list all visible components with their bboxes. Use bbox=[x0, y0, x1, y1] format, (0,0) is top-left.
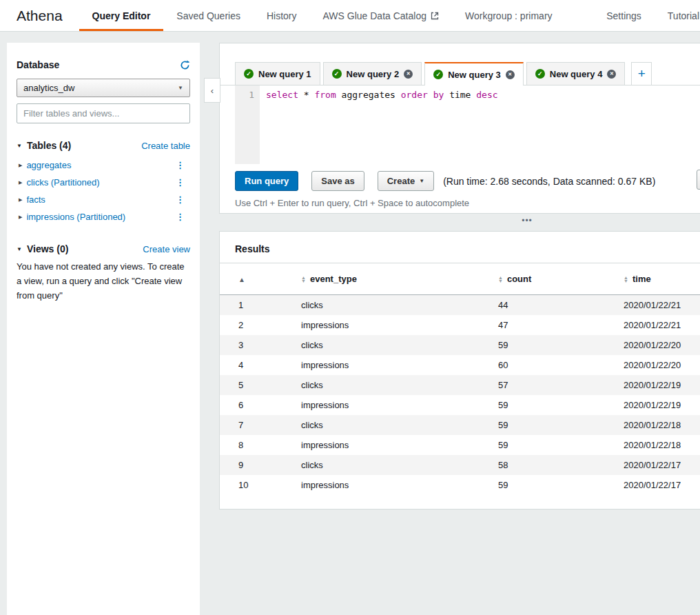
sql-editor[interactable]: 1 select * from aggregates order by time… bbox=[235, 85, 700, 164]
athena-logo: Athena bbox=[17, 0, 63, 31]
run-stats-text: (Run time: 2.68 seconds, Data scanned: 0… bbox=[443, 176, 655, 187]
query-tab-new-query-2[interactable]: ✓New query 2✕ bbox=[323, 62, 422, 85]
column-header-event-type[interactable]: ▲▼event_type bbox=[301, 274, 498, 284]
sidebar-collapse-handle[interactable]: ‹ bbox=[204, 78, 220, 103]
nav-item-label: History bbox=[267, 10, 297, 21]
database-label: Database bbox=[17, 59, 59, 70]
top-nav: Athena Query EditorSaved QueriesHistoryA… bbox=[0, 0, 700, 32]
table-link[interactable]: clicks (Partitioned) bbox=[26, 177, 170, 188]
nav-item-history[interactable]: History bbox=[254, 0, 310, 31]
query-tabs-row: ✓New query 1✓New query 2✕✓New query 3✕✓N… bbox=[220, 43, 700, 85]
results-title: Results bbox=[220, 232, 700, 263]
query-tab-new-query-1[interactable]: ✓New query 1 bbox=[235, 62, 320, 85]
partially-visible-button[interactable] bbox=[697, 170, 700, 190]
collapse-triangle-icon[interactable]: ▼ bbox=[17, 143, 22, 149]
run-query-button[interactable]: Run query bbox=[235, 171, 298, 191]
result-row: 8impressions592020/01/22/18 bbox=[220, 435, 700, 455]
nav-item-query-editor[interactable]: Query Editor bbox=[79, 0, 164, 31]
save-as-button[interactable]: Save as bbox=[311, 171, 364, 191]
refresh-icon[interactable] bbox=[180, 60, 190, 70]
table-options-icon[interactable]: ⋮ bbox=[170, 194, 190, 205]
count-cell: 57 bbox=[498, 380, 624, 390]
external-link-icon bbox=[431, 12, 439, 20]
time-cell: 2020/01/22/20 bbox=[624, 360, 700, 370]
table-link[interactable]: aggregates bbox=[26, 160, 170, 170]
table-link[interactable]: impressions (Partitioned) bbox=[26, 212, 170, 222]
time-cell: 2020/01/22/20 bbox=[624, 340, 700, 350]
column-header-label: time bbox=[632, 274, 651, 284]
filter-tables-input[interactable] bbox=[17, 103, 190, 123]
time-cell: 2020/01/22/18 bbox=[624, 440, 700, 450]
row-number-cell: 8 bbox=[220, 440, 301, 450]
column-header-count[interactable]: ▲▼count bbox=[498, 274, 624, 284]
database-sidebar: Database analytics_dw ▼ ▼ Tables (4) Cre… bbox=[7, 43, 200, 615]
query-tab-new-query-4[interactable]: ✓New query 4✕ bbox=[526, 62, 626, 85]
result-row: 6impressions592020/01/22/19 bbox=[220, 395, 700, 415]
expand-triangle-icon[interactable]: ▶ bbox=[19, 163, 22, 168]
chevron-down-icon: ▼ bbox=[419, 178, 424, 184]
result-row: 5clicks572020/01/22/19 bbox=[220, 375, 700, 395]
sort-icon: ▲▼ bbox=[498, 276, 503, 283]
expand-triangle-icon[interactable]: ▶ bbox=[19, 214, 22, 220]
column-header-time[interactable]: ▲▼time bbox=[624, 274, 700, 284]
query-success-icon: ✓ bbox=[244, 69, 254, 79]
time-cell: 2020/01/22/18 bbox=[624, 420, 700, 430]
nav-item-tutorial[interactable]: Tutorial bbox=[655, 0, 700, 31]
table-options-icon[interactable]: ⋮ bbox=[170, 160, 190, 170]
event-type-cell: clicks bbox=[301, 420, 498, 430]
close-tab-icon[interactable]: ✕ bbox=[607, 70, 616, 79]
tables-header[interactable]: Tables (4) bbox=[27, 140, 141, 151]
database-select[interactable]: analytics_dw ▼ bbox=[17, 79, 190, 97]
views-empty-text: You have not created any views. To creat… bbox=[17, 260, 190, 303]
table-item-clicks-partitioned: ▶clicks (Partitioned)⋮ bbox=[17, 174, 190, 191]
count-cell: 58 bbox=[498, 460, 624, 470]
row-number-cell: 7 bbox=[220, 420, 301, 430]
time-cell: 2020/01/22/17 bbox=[624, 480, 700, 490]
column-header-label: event_type bbox=[310, 274, 357, 284]
nav-item-label: Saved Queries bbox=[176, 10, 240, 21]
nav-item-settings[interactable]: Settings bbox=[593, 0, 655, 31]
row-number-cell: 9 bbox=[220, 460, 301, 470]
sort-ascending-icon: ▲ bbox=[238, 276, 245, 283]
row-number-column-header[interactable]: ▲ bbox=[220, 274, 301, 284]
results-panel: Results ▲ ▲▼event_type▲▼count▲▼time 1cli… bbox=[219, 231, 700, 510]
event-type-cell: clicks bbox=[301, 300, 498, 310]
close-tab-icon[interactable]: ✕ bbox=[404, 70, 413, 79]
create-table-link[interactable]: Create table bbox=[141, 141, 190, 151]
sql-query-text[interactable]: select * from aggregates order by time d… bbox=[260, 85, 700, 164]
column-header-label: count bbox=[507, 274, 531, 284]
nav-item-label: AWS Glue Data Catalog bbox=[323, 10, 426, 21]
query-tab-new-query-3[interactable]: ✓New query 3✕ bbox=[424, 62, 524, 85]
views-section-header: ▼ Views (0) Create view bbox=[17, 243, 190, 254]
time-cell: 2020/01/22/17 bbox=[624, 460, 700, 470]
nav-items: Query EditorSaved QueriesHistoryAWS Glue… bbox=[79, 0, 566, 31]
event-type-cell: clicks bbox=[301, 460, 498, 470]
time-cell: 2020/01/22/21 bbox=[624, 300, 700, 310]
nav-item-aws-glue-data-catalog[interactable]: AWS Glue Data Catalog bbox=[310, 0, 452, 31]
views-header[interactable]: Views (0) bbox=[27, 243, 143, 254]
query-success-icon: ✓ bbox=[535, 69, 545, 79]
create-view-link[interactable]: Create view bbox=[143, 244, 190, 254]
table-options-icon[interactable]: ⋮ bbox=[170, 212, 190, 222]
collapse-triangle-icon[interactable]: ▼ bbox=[17, 246, 22, 252]
query-success-icon: ✓ bbox=[332, 69, 342, 79]
nav-item-workgroup-primary[interactable]: Workgroup : primary bbox=[452, 0, 566, 31]
table-options-icon[interactable]: ⋮ bbox=[170, 177, 190, 188]
table-item-aggregates: ▶aggregates⋮ bbox=[17, 157, 190, 174]
views-section: ▼ Views (0) Create view You have not cre… bbox=[17, 243, 190, 303]
event-type-cell: impressions bbox=[301, 400, 498, 410]
expand-triangle-icon[interactable]: ▶ bbox=[19, 197, 22, 203]
event-type-cell: clicks bbox=[301, 340, 498, 350]
query-tab-label: New query 4 bbox=[550, 69, 603, 79]
count-cell: 59 bbox=[498, 340, 624, 350]
close-tab-icon[interactable]: ✕ bbox=[506, 70, 515, 79]
new-query-tab-button[interactable]: + bbox=[631, 62, 652, 85]
expand-triangle-icon[interactable]: ▶ bbox=[19, 180, 22, 185]
table-link[interactable]: facts bbox=[26, 194, 170, 205]
count-cell: 59 bbox=[498, 400, 624, 410]
sort-icon: ▲▼ bbox=[624, 276, 628, 283]
nav-item-saved-queries[interactable]: Saved Queries bbox=[163, 0, 254, 31]
panel-resize-handle[interactable]: ••• bbox=[219, 216, 700, 225]
create-button[interactable]: Create ▼ bbox=[378, 171, 434, 191]
row-number-cell: 5 bbox=[220, 380, 301, 390]
